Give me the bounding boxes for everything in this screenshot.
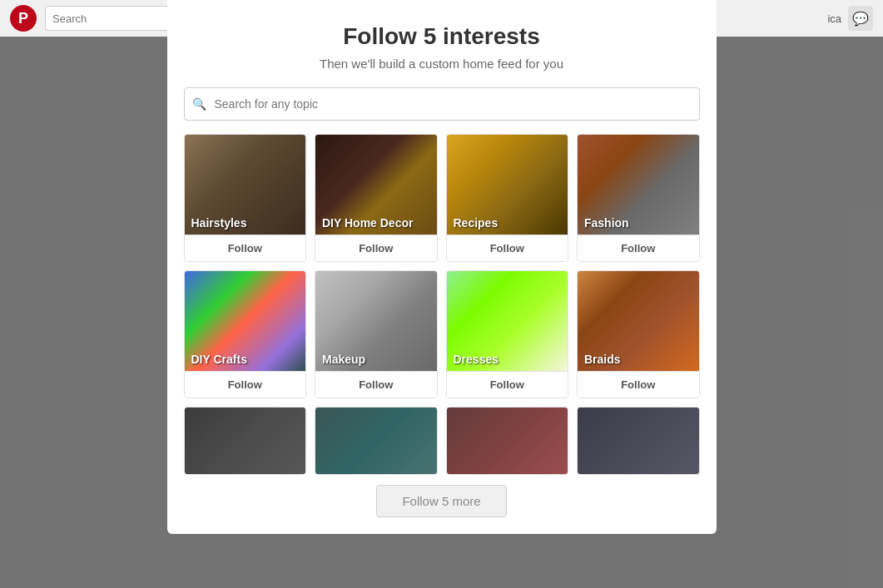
interests-grid: HairstylesFollowDIY Home DecorFollowReci…	[167, 134, 717, 398]
bottom-image-bottom3	[447, 408, 568, 474]
topbar-username: ica	[827, 12, 841, 25]
interest-image-diy-home-decor: DIY Home Decor	[315, 135, 437, 235]
message-icon[interactable]: 💬	[848, 6, 873, 31]
search-icon: 🔍	[192, 97, 206, 111]
follow-button-makeup[interactable]: Follow	[315, 371, 437, 398]
bottom-image-bottom4	[578, 408, 699, 474]
interest-label-fashion: Fashion	[584, 216, 629, 230]
interest-image-hairstyles: Hairstyles	[185, 135, 306, 235]
modal-subtitle: Then we'll build a custom home feed for …	[184, 57, 700, 71]
bottom-grid	[167, 398, 717, 475]
interest-card-fashion: FashionFollow	[577, 134, 700, 262]
interest-card-makeup: MakeupFollow	[315, 270, 438, 398]
follow-button-fashion[interactable]: Follow	[578, 235, 699, 261]
bottom-card-bottom2	[315, 407, 438, 475]
logo-letter: P	[18, 10, 28, 27]
follow-button-recipes[interactable]: Follow	[447, 235, 568, 261]
follow-button-diy-home-decor[interactable]: Follow	[315, 235, 437, 261]
interest-image-makeup: Makeup	[315, 271, 437, 371]
interest-label-recipes: Recipes	[454, 216, 499, 230]
follow-more-container: Follow 5 more	[167, 485, 717, 517]
interest-image-dresses: Dresses	[447, 271, 568, 371]
interest-label-braids: Braids	[584, 353, 621, 366]
search-wrapper: 🔍	[184, 87, 700, 121]
interest-image-diy-crafts: DIY Crafts	[185, 271, 306, 371]
bottom-card-bottom4	[577, 407, 700, 475]
pinterest-logo[interactable]: P	[10, 5, 37, 32]
follow-button-dresses[interactable]: Follow	[447, 371, 568, 398]
interest-label-dresses: Dresses	[454, 353, 499, 366]
interest-image-braids: Braids	[578, 271, 699, 371]
interest-card-braids: BraidsFollow	[577, 270, 700, 398]
search-container: 🔍	[167, 87, 717, 134]
interest-card-hairstyles: HairstylesFollow	[184, 134, 307, 262]
interest-card-dresses: DressesFollow	[446, 270, 569, 398]
interest-card-diy-home-decor: DIY Home DecorFollow	[315, 134, 438, 262]
interest-image-recipes: Recipes	[447, 135, 568, 235]
interest-card-diy-crafts: DIY CraftsFollow	[184, 270, 307, 398]
modal-header: Follow 5 interests Then we'll build a cu…	[167, 0, 717, 87]
interest-label-diy-home-decor: DIY Home Decor	[322, 216, 413, 230]
modal: Follow 5 interests Then we'll build a cu…	[167, 0, 717, 534]
topbar-right: ica 💬	[827, 6, 873, 31]
interest-card-recipes: RecipesFollow	[446, 134, 569, 262]
interest-label-hairstyles: Hairstyles	[191, 216, 247, 230]
bottom-image-bottom2	[315, 408, 437, 474]
bottom-card-bottom3	[446, 407, 569, 475]
bottom-card-bottom1	[184, 407, 307, 475]
bottom-image-bottom1	[185, 408, 306, 474]
interest-label-diy-crafts: DIY Crafts	[191, 353, 247, 366]
interest-label-makeup: Makeup	[322, 353, 365, 366]
follow-button-hairstyles[interactable]: Follow	[185, 235, 306, 261]
modal-title: Follow 5 interests	[184, 23, 700, 50]
interest-image-fashion: Fashion	[578, 135, 699, 235]
topic-search-input[interactable]	[184, 87, 700, 121]
follow-button-diy-crafts[interactable]: Follow	[185, 371, 306, 398]
follow-button-braids[interactable]: Follow	[578, 371, 699, 398]
follow-more-button[interactable]: Follow 5 more	[376, 485, 506, 517]
